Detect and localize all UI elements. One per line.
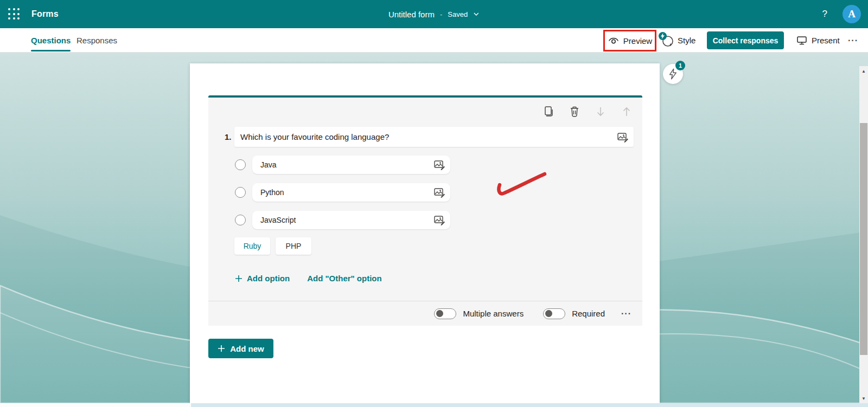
add-new-label: Add new [230,344,264,353]
multiple-answers-toggle[interactable] [434,308,456,319]
horizontal-scroll-thumb[interactable] [0,403,191,407]
multiple-answers-label: Multiple answers [463,309,524,318]
toolbar-more-icon[interactable]: ··· [848,28,858,53]
vertical-scrollbar[interactable]: ▲ ▼ [859,66,868,403]
preview-label: Preview [623,36,652,46]
question-footer: Multiple answers Required ··· [208,301,642,326]
add-icon [218,345,225,352]
scroll-up-icon[interactable]: ▲ [859,67,868,75]
style-button[interactable]: Style [661,28,695,53]
avatar[interactable]: A [843,5,861,23]
add-option-button[interactable]: Add option [235,274,290,283]
add-new-button[interactable]: Add new [208,339,273,358]
copy-icon[interactable] [542,105,554,118]
app-title: Forms [31,9,59,19]
suggested-option-ruby[interactable]: Ruby [234,237,270,255]
move-down-icon[interactable] [594,105,607,118]
question-number: 1. [225,132,232,141]
scroll-down-icon[interactable]: ▼ [859,395,868,402]
option-row: Python [208,183,642,202]
preview-icon [608,36,620,46]
option-row: Java [208,156,642,174]
option-label: Java [260,160,433,169]
option-label: JavaScript [260,216,433,224]
option-label: Python [260,188,433,197]
form-toolbar: Questions Responses Preview Style Collec… [0,28,868,53]
horizontal-scrollbar[interactable] [0,403,868,407]
vertical-scroll-thumb[interactable] [860,123,867,355]
insert-image-icon[interactable] [617,131,629,143]
help-icon[interactable]: ? [822,9,827,20]
app-launcher-icon[interactable] [7,7,21,21]
style-icon [661,34,674,48]
option-radio[interactable] [235,159,246,170]
tab-responses[interactable]: Responses [76,28,117,53]
title-separator: - [440,10,442,18]
required-label: Required [572,309,605,318]
collect-responses-button[interactable]: Collect responses [707,31,784,49]
style-label: Style [678,36,695,45]
delete-icon[interactable] [568,105,580,118]
add-other-option-button[interactable]: Add "Other" option [307,274,382,283]
style-badge-icon [659,32,667,40]
option-input[interactable]: Python [252,183,450,202]
option-input[interactable]: JavaScript [252,211,450,229]
ideas-badge: 1 [675,61,685,70]
required-toggle[interactable] [543,308,565,319]
form-title-group[interactable]: Untitled form - Saved [388,0,480,28]
option-radio[interactable] [235,215,246,225]
ideas-icon [668,68,678,80]
question-block: 1. Which is your favourite coding langua… [208,95,642,326]
form-title[interactable]: Untitled form [388,10,435,19]
suggested-option-php[interactable]: PHP [276,237,311,255]
option-input[interactable]: Java [252,156,450,174]
present-label: Present [812,36,840,45]
present-button[interactable]: Present [796,28,840,53]
insert-image-icon[interactable] [433,186,445,198]
preview-button[interactable]: Preview [603,30,656,51]
present-icon [796,35,807,46]
question-title-text: Which is your favourite coding language? [240,132,617,141]
add-option-label: Add option [247,274,290,283]
tab-questions[interactable]: Questions [31,28,71,53]
app-header: Forms Untitled form - Saved ? A [0,0,868,28]
option-radio[interactable] [235,187,246,198]
add-icon [235,275,242,282]
form-card: 1. Which is your favourite coding langua… [190,63,660,403]
move-up-icon[interactable] [620,105,633,118]
chevron-down-icon[interactable] [473,11,480,17]
save-status: Saved [448,10,468,18]
option-row: JavaScript [208,211,642,229]
question-more-icon[interactable]: ··· [621,309,631,319]
insert-image-icon[interactable] [433,159,445,171]
insert-image-icon[interactable] [433,214,445,226]
question-title-input[interactable]: Which is your favourite coding language? [234,127,634,147]
